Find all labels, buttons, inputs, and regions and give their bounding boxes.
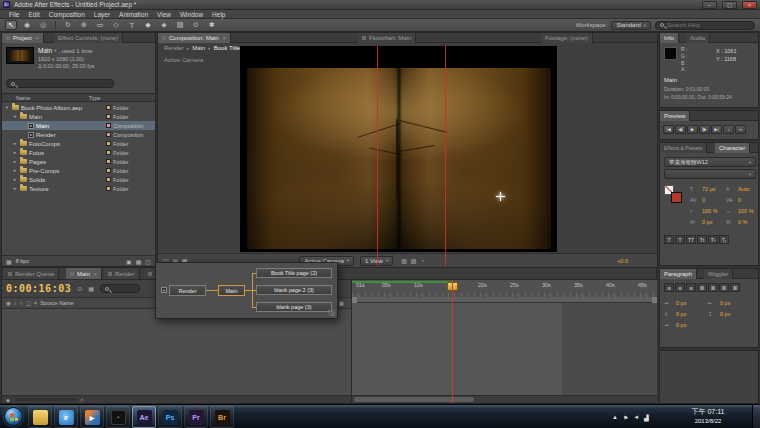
twirl-icon[interactable]: ▸ xyxy=(12,186,18,191)
tab-project[interactable]: Project × xyxy=(2,33,44,43)
source-name-column[interactable]: Source Name xyxy=(40,300,74,306)
align-center-button[interactable]: ≡ xyxy=(675,283,685,292)
mask-shape-tool-icon[interactable]: ▭ xyxy=(94,20,106,30)
justify-full-button[interactable]: ≣ xyxy=(730,283,740,292)
flowchart-node-blank-page-2[interactable]: blank page 2 (3) xyxy=(256,285,332,295)
minimize-button[interactable]: – xyxy=(702,1,717,9)
taskbar-bridge[interactable]: Br xyxy=(210,406,234,428)
tab-preview[interactable]: Preview xyxy=(660,111,690,121)
align-left-button[interactable]: ≡ xyxy=(664,283,674,292)
tab-character[interactable]: Character xyxy=(715,143,750,153)
twirl-icon[interactable]: ▾ xyxy=(4,105,10,110)
label-chip[interactable] xyxy=(106,123,111,128)
menu-animation[interactable]: Animation xyxy=(119,11,148,18)
first-frame-button[interactable]: |◀ xyxy=(663,125,674,134)
zoom-tool-icon[interactable]: ◎ xyxy=(37,20,49,30)
time-ruler[interactable]: 01s 05s 10s 15s 20s 25s 30s 35s 40s 45s xyxy=(352,280,657,297)
superscript-button[interactable]: T¹ xyxy=(708,235,718,244)
justify-last-right-button[interactable]: ≣ xyxy=(719,283,729,292)
breadcrumb-render[interactable]: Render xyxy=(164,45,184,51)
puppet-pin-tool-icon[interactable]: ✱ xyxy=(206,20,218,30)
project-item-solids[interactable]: ▸ Solids Folder xyxy=(2,175,155,184)
menu-composition[interactable]: Composition xyxy=(49,11,85,18)
show-desktop-button[interactable] xyxy=(752,405,760,428)
twirl-icon[interactable]: ▸ xyxy=(12,150,18,155)
new-composition-icon[interactable]: ▦ xyxy=(136,258,142,265)
current-timecode[interactable]: 0:00:16:03 xyxy=(6,283,71,294)
tab-timeline-main[interactable]: Main × xyxy=(66,268,102,279)
hand-tool-icon[interactable]: ◉ xyxy=(21,20,33,30)
roto-brush-tool-icon[interactable]: ⊙ xyxy=(190,20,202,30)
tab-effects-presets[interactable]: Effects & Presets xyxy=(660,143,707,153)
label-chip[interactable] xyxy=(106,114,111,119)
timeline-search-box[interactable] xyxy=(100,284,140,293)
draft-3d-icon[interactable]: ▦ xyxy=(88,285,94,292)
solo-column-icon[interactable]: ○ xyxy=(20,300,23,306)
loop-toggle-button[interactable]: ∞ xyxy=(735,125,746,134)
taskbar-premiere[interactable]: Pr xyxy=(184,406,208,428)
start-button[interactable] xyxy=(4,407,23,426)
tab-info[interactable]: Info xyxy=(660,33,679,43)
selection-tool-icon[interactable]: ↖ xyxy=(5,20,17,30)
taskbar-windows-explorer[interactable] xyxy=(28,406,52,428)
indent-left-value[interactable]: 0 px xyxy=(676,300,706,306)
label-chip[interactable] xyxy=(106,105,111,110)
space-before-value[interactable]: 0 px xyxy=(676,311,706,317)
pan-behind-tool-icon[interactable]: ⊕ xyxy=(78,20,90,30)
audio-column-icon[interactable]: ♪ xyxy=(14,300,17,306)
expand-icon[interactable]: + xyxy=(161,287,167,293)
horizontal-scale-value[interactable]: 100 % xyxy=(738,208,754,214)
label-chip[interactable] xyxy=(106,177,111,182)
all-caps-button[interactable]: TT xyxy=(686,235,696,244)
project-item-fotos[interactable]: ▸ Fotos Folder xyxy=(2,148,155,157)
tab-flowchart-main[interactable]: Flowchart: Main xyxy=(358,33,416,43)
first-line-indent-value[interactable]: 0 px xyxy=(676,322,686,328)
chevron-down-icon[interactable]: ▾ xyxy=(54,48,56,53)
delete-icon[interactable]: ◫ xyxy=(145,258,151,265)
project-item-root[interactable]: ▾ Book Photo Album.aep Folder xyxy=(2,103,155,112)
label-chip[interactable] xyxy=(106,141,111,146)
project-item-precomps[interactable]: ▸ Pre-Comps Folder xyxy=(2,166,155,175)
flowchart-node-book-title-page[interactable]: Book Title page (2) xyxy=(256,268,332,278)
current-time-indicator-line[interactable] xyxy=(452,280,453,403)
region-of-interest-icon[interactable]: ▥ xyxy=(401,257,407,264)
search-help-box[interactable] xyxy=(655,21,755,30)
label-chip[interactable] xyxy=(106,168,111,173)
tab-footage-none[interactable]: Footage: (none) xyxy=(541,33,593,43)
menu-view[interactable]: View xyxy=(157,11,171,18)
clone-stamp-tool-icon[interactable]: ◈ xyxy=(158,20,170,30)
tab-wiggler[interactable]: Wiggler xyxy=(704,269,733,279)
close-button[interactable]: × xyxy=(742,1,757,9)
taskbar-dark-app[interactable]: ▪ xyxy=(106,406,130,428)
project-search-box[interactable] xyxy=(6,79,114,88)
zoom-out-icon[interactable]: ◆ xyxy=(6,397,10,403)
justify-last-left-button[interactable]: ≣ xyxy=(697,283,707,292)
column-name[interactable]: Name xyxy=(16,95,31,101)
project-item-main-folder[interactable]: ▾ Main Folder xyxy=(2,112,155,121)
previous-frame-button[interactable]: ◀| xyxy=(675,125,686,134)
menu-file[interactable]: File xyxy=(9,11,19,18)
tab-composition-main[interactable]: Composition: Main × xyxy=(158,33,231,43)
vertical-scale-value[interactable]: 100 % xyxy=(702,208,724,214)
search-help-input[interactable] xyxy=(667,22,737,28)
space-after-value[interactable]: 0 px xyxy=(720,311,730,317)
action-center-icon[interactable]: ⚑ xyxy=(623,414,628,421)
volume-icon[interactable]: ◄ xyxy=(633,414,639,420)
twirl-icon[interactable]: ▾ xyxy=(12,114,18,119)
zoom-in-icon[interactable]: ◇ xyxy=(80,397,84,403)
flowchart-node-blank-page[interactable]: blank page (3) xyxy=(256,302,332,312)
tray-clock[interactable]: 下午 07:11 2013/8/22 xyxy=(666,407,750,425)
eraser-tool-icon[interactable]: ▨ xyxy=(174,20,186,30)
font-size-value[interactable]: 72 px xyxy=(702,186,724,192)
brush-tool-icon[interactable]: ◆ xyxy=(142,20,154,30)
twirl-icon[interactable]: ▸ xyxy=(12,141,18,146)
twirl-icon[interactable]: ▸ xyxy=(12,159,18,164)
exposure-value[interactable]: +0.0 xyxy=(617,258,628,264)
baseline-shift-value[interactable]: 0 px xyxy=(702,219,724,225)
workspace-select[interactable]: Standard ▾ xyxy=(611,21,651,30)
menu-window[interactable]: Window xyxy=(180,11,203,18)
show-hidden-icons[interactable]: ▲ xyxy=(612,414,618,420)
breadcrumb-main[interactable]: Main xyxy=(192,45,205,51)
align-right-button[interactable]: ≡ xyxy=(686,283,696,292)
pixel-aspect-icon[interactable]: ◔ xyxy=(421,258,425,264)
